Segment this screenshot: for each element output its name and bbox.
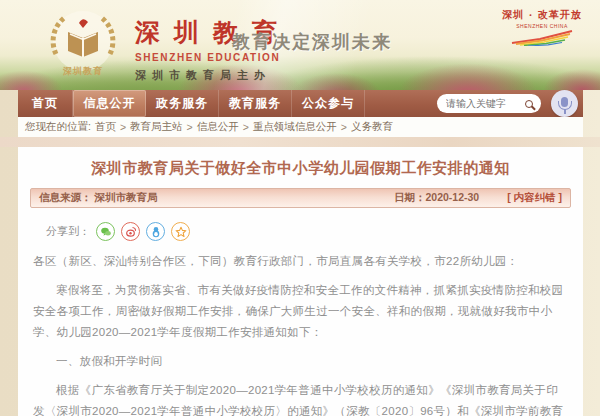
banner-strip	[0, 137, 600, 147]
city-logo-text: 深圳 · 改革开放	[502, 8, 582, 22]
header-banner: 深圳教育 深圳教育 SHENZHEN EDUCATION 深圳市教育局主办 教育…	[0, 0, 600, 90]
microphone-icon	[561, 97, 568, 107]
emblem-icon: 深圳教育	[44, 6, 122, 84]
education-emblem-logo[interactable]: 深圳教育	[44, 6, 122, 84]
nav-item-gov-services[interactable]: 政务服务	[146, 90, 219, 117]
search-input[interactable]	[446, 98, 525, 109]
shenzhen-city-logo: 深圳 · 改革开放 SHENZHEN CHINA	[502, 8, 582, 46]
nav-item-edu-services[interactable]: 教育服务	[219, 90, 292, 117]
article-source: 信息来源： 深圳市教育局	[39, 191, 157, 205]
article-meta-right: 日期：2020-12-30 [ 内容纠错 ]	[394, 191, 562, 205]
emblem-label: 深圳教育	[62, 65, 103, 76]
paragraph-recipients: 各区（新区、深汕特别合作区，下同）教育行政部门，市局直属各有关学校，市22所幼儿…	[33, 251, 568, 272]
main-nav: 首页 信息公开 政务服务 教育服务 公众参与	[18, 90, 583, 117]
voice-search-button[interactable]	[551, 90, 578, 117]
nav-item-info-disclosure[interactable]: 信息公开	[73, 90, 146, 117]
search-box	[437, 94, 541, 113]
breadcrumb: 您现在的位置: 首页 > 教育局主站 > 信息公开 > 重点领域信息公开 > 义…	[18, 117, 583, 137]
article-meta-bar: 信息来源： 深圳市教育局 日期：2020-12-30 [ 内容纠错 ]	[30, 188, 571, 208]
article-date: 日期：2020-12-30	[394, 191, 479, 205]
breadcrumb-separator: >	[187, 121, 193, 133]
share-weibo-icon[interactable]	[121, 222, 140, 241]
page: 深圳教育 深圳教育 SHENZHEN EDUCATION 深圳市教育局主办 教育…	[0, 0, 600, 416]
date-label: 日期：	[394, 191, 426, 203]
breadcrumb-item-bureau-main[interactable]: 教育局主站	[130, 120, 183, 134]
breadcrumb-item-home[interactable]: 首页	[95, 120, 116, 134]
article-title: 深圳市教育局关于做好全市中小学幼儿园假期工作安排的通知	[18, 159, 583, 178]
source-value: 深圳市教育局	[94, 191, 157, 203]
search-icon[interactable]	[525, 100, 533, 108]
share-qzone-icon[interactable]	[171, 222, 190, 241]
content-correction-link[interactable]: [ 内容纠错 ]	[507, 191, 562, 205]
breadcrumb-separator: >	[341, 121, 347, 133]
share-wechat-icon[interactable]	[96, 222, 115, 241]
breadcrumb-item-info-disclosure[interactable]: 信息公开	[197, 120, 239, 134]
weibo-eye-icon	[125, 226, 137, 238]
paragraph-schedule: 根据《广东省教育厅关于制定2020—2021学年普通中小学校校历的通知》《深圳市…	[33, 380, 568, 416]
star-icon	[175, 226, 187, 238]
share-qq-icon[interactable]	[146, 222, 165, 241]
paragraph-section-heading: 一、放假和开学时间	[33, 351, 568, 372]
share-row: 分享到：	[46, 222, 583, 241]
share-label: 分享到：	[46, 224, 90, 239]
date-value: 2020-12-30	[425, 191, 479, 203]
nav-item-public-participation[interactable]: 公众参与	[292, 90, 365, 117]
city-logo-subtext: SHENZHEN CHINA	[502, 23, 582, 29]
article-panel: 深圳市教育局关于做好全市中小学幼儿园假期工作安排的通知 信息来源： 深圳市教育局…	[18, 147, 583, 416]
article-body: 各区（新区、深汕特别合作区，下同）教育行政部门，市局直属各有关学校，市22所幼儿…	[33, 251, 568, 416]
breadcrumb-item-key-areas[interactable]: 重点领域信息公开	[253, 120, 337, 134]
site-organizer: 深圳市教育局主办	[135, 68, 291, 83]
site-slogan: 教育决定深圳未来	[232, 30, 392, 54]
breadcrumb-separator: >	[243, 121, 249, 133]
rainbow-swoosh-icon	[510, 30, 574, 46]
qq-penguin-icon	[150, 226, 162, 238]
paragraph-intro: 寒假将至，为贯彻落实省、市有关做好疫情防控和安全工作的文件精神，抓紧抓实疫情防控…	[33, 280, 568, 343]
source-label: 信息来源：	[39, 191, 92, 203]
nav-item-home[interactable]: 首页	[18, 90, 73, 117]
wechat-bubble-icon	[100, 226, 112, 238]
breadcrumb-separator: >	[120, 121, 126, 133]
breadcrumb-item-compulsory-edu[interactable]: 义务教育	[351, 120, 393, 134]
breadcrumb-prefix: 您现在的位置:	[25, 120, 91, 134]
